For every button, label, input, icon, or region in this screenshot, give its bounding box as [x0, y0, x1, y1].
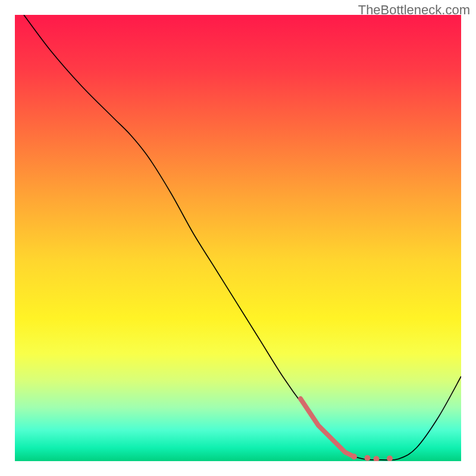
- gradient-background: [15, 15, 461, 461]
- chart-container: TheBottleneck.com: [0, 0, 476, 476]
- plot-area: [15, 15, 461, 461]
- chart-svg: [15, 15, 461, 461]
- highlight-dot: [351, 454, 357, 460]
- highlight-dot: [365, 455, 371, 461]
- watermark-text: TheBottleneck.com: [358, 2, 470, 18]
